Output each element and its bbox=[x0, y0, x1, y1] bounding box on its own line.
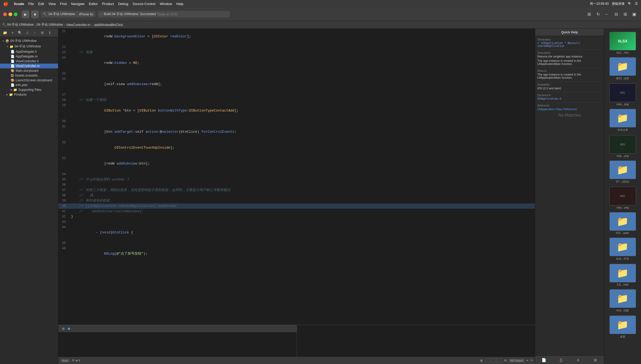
qh-declaration-value: + (UIApplication *_Nonnull) sharedApplic… bbox=[537, 42, 602, 47]
sidebar-item-assets[interactable]: 🖼 Assets.xcassets bbox=[0, 73, 58, 78]
sidebar-item-viewcontroller-m[interactable]: 📄 ViewController.m bbox=[0, 64, 58, 68]
build-status-icon: ✓ bbox=[100, 12, 103, 16]
sidebar-git-icon[interactable]: ↑ bbox=[32, 30, 38, 36]
fr-item-png2[interactable]: IMG snip....png bbox=[605, 134, 640, 158]
line-num-28: 28 bbox=[58, 97, 69, 103]
sidebar-info-icon[interactable]: ℹ bbox=[47, 30, 52, 36]
scheme-selector[interactable]: 🔨 04-手动 UIWindow › iPhone 6s bbox=[41, 11, 95, 17]
menu-find[interactable]: Find bbox=[60, 2, 67, 6]
sidebar-warning-icon[interactable]: ⚠ bbox=[24, 30, 30, 36]
console-icon[interactable]: ⊞ bbox=[60, 326, 66, 332]
qh-grid-icon[interactable]: ⊞ bbox=[591, 356, 599, 364]
line-content-27 bbox=[69, 92, 71, 97]
sidebar-grid-icon[interactable]: ⊞ bbox=[39, 30, 45, 36]
breadcrumb-part4[interactable]: -addWindowBtnClick: bbox=[93, 23, 124, 27]
inspector-btn[interactable]: ▣ bbox=[630, 11, 638, 18]
breadcrumb-part1[interactable]: 04-手动 UIWindow bbox=[7, 23, 33, 27]
status-bar: Auto ⚙ ◈ ℹ 🗑 ⊞ All Output ▾ ↻ bbox=[58, 357, 535, 364]
layout-btn-2[interactable] bbox=[491, 358, 496, 363]
menu-view[interactable]: View bbox=[48, 2, 56, 6]
menu-product[interactable]: Product bbox=[102, 2, 114, 6]
fr-item-folder2[interactable]: 📁 车丹分享 bbox=[605, 108, 640, 133]
all-output-status[interactable]: All Output bbox=[509, 359, 525, 362]
qh-description-value: Returns the singleton app instance. bbox=[537, 55, 602, 58]
view-toggle-btn[interactable]: ⊟ bbox=[612, 11, 620, 18]
line-num-44: 44 bbox=[58, 225, 69, 241]
layout-btn-1[interactable] bbox=[485, 358, 490, 363]
build-time: Today at 10:52 bbox=[157, 12, 178, 16]
qh-divider-2 bbox=[537, 68, 602, 68]
sidebar-folder-icon[interactable]: 📁 bbox=[2, 30, 8, 36]
menu-window[interactable]: Window bbox=[160, 2, 172, 6]
menu-help[interactable]: Help bbox=[176, 2, 183, 6]
sidebar-item-launch-storyboard[interactable]: 🎨 LaunchScreen.storyboard bbox=[0, 78, 58, 83]
sidebar-item-products[interactable]: ▶ 📁 Products bbox=[0, 92, 58, 97]
build-status-bar: ✓ Build 04-手动 UIWindow: Succeeded Today … bbox=[98, 11, 230, 17]
sidebar-item-supporting-files[interactable]: ▶ 📁 Supporting Files bbox=[0, 87, 58, 92]
trash-icon[interactable]: 🗑 bbox=[480, 359, 483, 362]
expand-icon[interactable]: ⊞ bbox=[504, 359, 507, 362]
qh-availability-row: Availability iOS (2.0 and later) bbox=[537, 83, 602, 90]
filter-icon[interactable]: ◈ bbox=[76, 359, 78, 362]
menu-file[interactable]: File bbox=[28, 2, 34, 6]
fr-item-folder3[interactable]: 📁 07-...(优化) bbox=[605, 159, 640, 185]
fr-item-png1[interactable]: IMG snip....png bbox=[605, 82, 640, 107]
minimize-button[interactable] bbox=[8, 12, 12, 16]
sidebar-item-viewcontroller-h[interactable]: 📄 ViewController.h bbox=[0, 59, 58, 64]
code-line-23: 23 // 笔握 bbox=[58, 50, 535, 55]
fr-item-xlsx1[interactable]: XLSX ios1....xlsx bbox=[605, 31, 640, 55]
fr-item-folder6[interactable]: 📁 ZJL...etail bbox=[605, 263, 640, 287]
code-editor[interactable]: 21 redW.backgroundColor = [UIColor redCo… bbox=[58, 29, 535, 325]
fr-item-folder1[interactable]: 📁 第13...业排 bbox=[605, 56, 640, 81]
sidebar-list-icon[interactable]: ≡ bbox=[10, 30, 15, 36]
split-view-btn[interactable]: ⊞ bbox=[621, 11, 629, 18]
qh-braces-icon[interactable]: {} bbox=[557, 356, 565, 364]
line-num-45: 45 bbox=[58, 241, 69, 246]
sidebar-item-root[interactable]: ▼ 📦 04-手动 UIWindow bbox=[0, 38, 58, 44]
notification-icon[interactable]: ☰ bbox=[635, 2, 638, 6]
fr-item-folder5[interactable]: 📁 命令...件夹 bbox=[605, 237, 640, 262]
dropdown-icon[interactable]: ▾ bbox=[527, 359, 528, 362]
breadcrumb-part3[interactable]: ViewController.m bbox=[66, 23, 90, 27]
sidebar-item-group[interactable]: ▼ 📁 04-手动 UIWindow bbox=[0, 44, 58, 49]
maximize-button[interactable] bbox=[14, 12, 17, 16]
sidebar-item-appdelegate-h[interactable]: 📄 AppDelegate.h bbox=[0, 49, 58, 54]
fr-item-folder7[interactable]: 📁 ios1...试题 bbox=[605, 288, 640, 313]
auto-status[interactable]: Auto bbox=[60, 359, 70, 362]
editor-refresh-btn[interactable]: ↻ bbox=[594, 11, 602, 18]
editor-standard-btn[interactable]: ⊞ bbox=[585, 11, 593, 18]
breadcrumb-part2[interactable]: 04-手动 UIWindow bbox=[37, 23, 63, 27]
settings-icon[interactable]: ⚙ bbox=[72, 359, 74, 362]
fr-item-folder8[interactable]: 📁 桌面 bbox=[605, 314, 640, 340]
close-button[interactable] bbox=[3, 12, 7, 16]
sidebar-item-main-storyboard[interactable]: 🎨 Main.storyboard bbox=[0, 68, 58, 73]
no-matches-text: No Matches bbox=[537, 113, 602, 118]
menu-debug[interactable]: Debug bbox=[118, 2, 128, 6]
editor-back-btn[interactable]: ← bbox=[603, 11, 611, 18]
stop-button[interactable]: ■ bbox=[31, 11, 39, 18]
menu-editor[interactable]: Editor bbox=[89, 2, 98, 6]
sidebar-item-appdelegate-m[interactable]: 📄 AppDelegate.m bbox=[0, 54, 58, 59]
menu-navigate[interactable]: Navigate bbox=[71, 2, 85, 6]
qh-returns-value: The app instance is created in the UIApp… bbox=[537, 73, 602, 79]
qh-file-icon[interactable]: 📄 bbox=[540, 356, 548, 364]
refresh-icon[interactable]: ↻ bbox=[530, 359, 533, 362]
apple-logo-icon[interactable]: 🍎 bbox=[3, 1, 8, 6]
sidebar-search-icon[interactable]: 🔍 bbox=[17, 30, 23, 36]
search-engine-icon[interactable]: 搜狐拼搜 bbox=[612, 2, 625, 6]
qh-reference-value[interactable]: UIApplication Class Reference bbox=[537, 108, 602, 111]
spotlight-icon[interactable]: 🔍 bbox=[628, 2, 632, 6]
code-line-44: 44 - (void)btnClick { bbox=[58, 225, 535, 241]
menu-source-control[interactable]: Source Control bbox=[133, 2, 156, 6]
qh-help-icon[interactable]: ℹ bbox=[574, 356, 582, 364]
breadcrumb-icon: 🔨 bbox=[2, 23, 6, 27]
layout-btn-3[interactable] bbox=[497, 358, 502, 363]
run-button[interactable]: ▶ bbox=[22, 11, 29, 18]
sidebar: 📁 ≡ 🔍 ⚠ ↑ ⊞ ℹ ▼ 📦 04-手动 UIWindow ▼ 📁 bbox=[0, 29, 58, 364]
menu-xcode[interactable]: Xcode bbox=[14, 2, 24, 6]
sidebar-item-info-plist[interactable]: 📄 Info.plist bbox=[0, 83, 58, 87]
info-icon[interactable]: ℹ bbox=[79, 359, 80, 362]
fr-item-folder4[interactable]: 📁 KSI....aster bbox=[605, 211, 640, 236]
menu-edit[interactable]: Edit bbox=[38, 2, 44, 6]
fr-item-png3[interactable]: IMG snip....png bbox=[605, 186, 640, 210]
